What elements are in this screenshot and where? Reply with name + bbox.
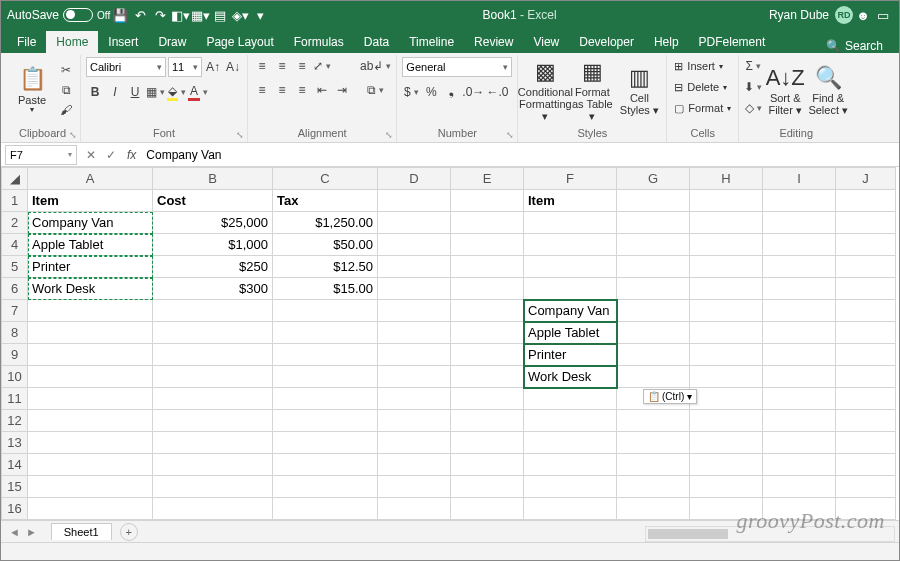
cell[interactable]	[451, 432, 524, 454]
conditional-formatting-button[interactable]: ▩Conditional Formatting ▾	[523, 57, 567, 123]
number-format-select[interactable]: General	[402, 57, 512, 77]
merge-button[interactable]: ⧉	[360, 81, 391, 99]
cell[interactable]: Apple Tablet	[524, 322, 617, 344]
cell[interactable]	[836, 432, 896, 454]
col-header[interactable]: D	[378, 168, 451, 190]
col-header[interactable]: B	[153, 168, 273, 190]
cell[interactable]	[524, 234, 617, 256]
cell[interactable]	[690, 212, 763, 234]
cell[interactable]: Tax	[273, 190, 378, 212]
cell[interactable]	[524, 476, 617, 498]
cell[interactable]	[524, 432, 617, 454]
cell[interactable]	[273, 498, 378, 520]
cell[interactable]: Company Van	[28, 212, 153, 234]
cell[interactable]	[836, 388, 896, 410]
cell[interactable]	[273, 388, 378, 410]
cell[interactable]	[836, 476, 896, 498]
formula-input[interactable]	[142, 145, 899, 165]
copy-button[interactable]: ⧉	[57, 81, 75, 99]
cell[interactable]	[617, 300, 690, 322]
new-sheet-button[interactable]: +	[120, 523, 138, 541]
cell[interactable]	[763, 410, 836, 432]
cell[interactable]: $25,000	[153, 212, 273, 234]
cell[interactable]	[690, 256, 763, 278]
cell[interactable]	[524, 212, 617, 234]
cell[interactable]	[690, 410, 763, 432]
cell[interactable]	[153, 322, 273, 344]
cell[interactable]	[378, 256, 451, 278]
cell[interactable]	[28, 498, 153, 520]
cancel-formula-button[interactable]: ✕	[81, 148, 101, 162]
cell[interactable]	[617, 278, 690, 300]
increase-indent-button[interactable]: ⇥	[333, 81, 351, 99]
cell[interactable]: Company Van	[524, 300, 617, 322]
cell[interactable]	[273, 454, 378, 476]
cell[interactable]	[378, 322, 451, 344]
cell[interactable]	[451, 454, 524, 476]
row-header[interactable]: 2	[2, 212, 28, 234]
col-header[interactable]: F	[524, 168, 617, 190]
cell[interactable]	[763, 366, 836, 388]
cell[interactable]	[153, 366, 273, 388]
border-button[interactable]: ▦	[146, 83, 165, 101]
tab-pdfelement[interactable]: PDFelement	[689, 31, 776, 53]
cell[interactable]	[836, 366, 896, 388]
cell[interactable]	[28, 344, 153, 366]
cell[interactable]	[836, 410, 896, 432]
row-header[interactable]: 5	[2, 256, 28, 278]
delete-cells-button[interactable]: ⊟Delete▾	[672, 78, 729, 96]
cell[interactable]	[273, 300, 378, 322]
cell[interactable]	[690, 278, 763, 300]
align-middle-button[interactable]: ≡	[273, 57, 291, 75]
cell[interactable]	[617, 256, 690, 278]
fx-icon[interactable]: fx	[121, 148, 142, 162]
cell[interactable]	[690, 300, 763, 322]
cell[interactable]	[836, 212, 896, 234]
row-header[interactable]: 9	[2, 344, 28, 366]
tell-me-search[interactable]: 🔍 Search	[826, 39, 893, 53]
col-header[interactable]: E	[451, 168, 524, 190]
cell[interactable]: $50.00	[273, 234, 378, 256]
cell[interactable]	[273, 410, 378, 432]
cell[interactable]	[378, 454, 451, 476]
insert-cells-button[interactable]: ⊞Insert▾	[672, 57, 725, 75]
tab-file[interactable]: File	[7, 31, 46, 53]
col-header[interactable]: H	[690, 168, 763, 190]
cell[interactable]	[28, 476, 153, 498]
qat-icon[interactable]: ◈▾	[230, 5, 250, 25]
align-center-button[interactable]: ≡	[273, 81, 291, 99]
cell[interactable]	[836, 300, 896, 322]
cell-styles-button[interactable]: ▥Cell Styles ▾	[617, 57, 661, 123]
cell[interactable]	[763, 278, 836, 300]
cell[interactable]	[617, 432, 690, 454]
row-header[interactable]: 15	[2, 476, 28, 498]
cell[interactable]	[451, 234, 524, 256]
cell[interactable]	[690, 388, 763, 410]
tab-draw[interactable]: Draw	[148, 31, 196, 53]
cell[interactable]	[153, 300, 273, 322]
cell[interactable]	[451, 388, 524, 410]
row-header[interactable]: 11	[2, 388, 28, 410]
fill-color-button[interactable]: ⬙	[167, 83, 186, 101]
cell[interactable]	[617, 366, 690, 388]
cell[interactable]	[28, 454, 153, 476]
orientation-button[interactable]: ⤢	[313, 57, 331, 75]
cell[interactable]	[763, 476, 836, 498]
increase-decimal-button[interactable]: .0→	[462, 83, 484, 101]
tab-page-layout[interactable]: Page Layout	[196, 31, 283, 53]
cell[interactable]	[378, 366, 451, 388]
format-cells-button[interactable]: ▢Format▾	[672, 99, 733, 117]
cell[interactable]	[690, 476, 763, 498]
tab-developer[interactable]: Developer	[569, 31, 644, 53]
cell[interactable]	[690, 432, 763, 454]
tab-home[interactable]: Home	[46, 31, 98, 53]
cell[interactable]	[617, 190, 690, 212]
cell[interactable]: $15.00	[273, 278, 378, 300]
font-size-select[interactable]: 11	[168, 57, 202, 77]
autosave-toggle[interactable]: AutoSave Off	[7, 8, 110, 22]
cell[interactable]	[28, 300, 153, 322]
row-header[interactable]: 8	[2, 322, 28, 344]
cell[interactable]	[378, 278, 451, 300]
cell[interactable]	[153, 454, 273, 476]
cell[interactable]	[763, 322, 836, 344]
